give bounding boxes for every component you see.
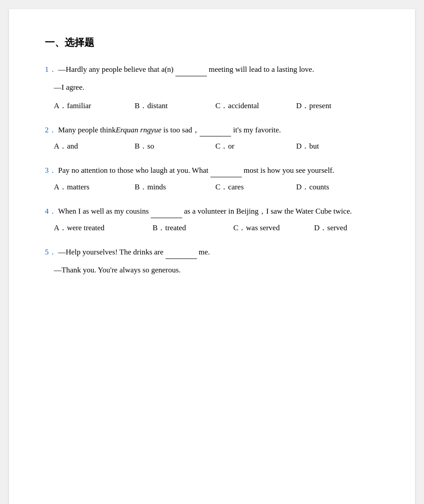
q1-option-c: C．accidental bbox=[215, 101, 278, 111]
q4-number: 4． bbox=[45, 207, 57, 215]
q1-text-after: meeting will lead to a lasting love. bbox=[207, 65, 314, 74]
q3-text-line: 3． Pay no attention to those who laugh a… bbox=[45, 164, 379, 177]
q5-text-line: 5． —Help yourselves! The drinks are me. bbox=[45, 245, 379, 259]
question-5: 5． —Help yourselves! The drinks are me. … bbox=[45, 245, 379, 277]
q2-text-after-italic: is too sad， bbox=[162, 126, 200, 134]
q2-number: 2． bbox=[45, 126, 57, 134]
q2-options: A．and B．so C．or D．but bbox=[45, 141, 379, 151]
q1-answer: —I agree. bbox=[45, 81, 379, 94]
q2-option-c: C．or bbox=[215, 141, 278, 151]
q1-option-a: A．familiar bbox=[54, 101, 117, 111]
q4-option-b: B．treated bbox=[153, 223, 215, 233]
q4-text-line: 4． When I as well as my cousins as a vol… bbox=[45, 205, 379, 218]
q4-options: A．were treated B．treated C．was served D．… bbox=[45, 223, 379, 233]
q2-option-a: A．and bbox=[54, 141, 117, 151]
q3-text-before: Pay no attention to those who laugh at y… bbox=[58, 166, 210, 175]
q1-option-d: D．present bbox=[296, 101, 359, 111]
q3-blank bbox=[210, 164, 242, 177]
q4-blank bbox=[151, 205, 182, 218]
q1-options: A．familiar B．distant C．accidental D．pres… bbox=[45, 101, 379, 111]
q4-option-c: C．was served bbox=[233, 223, 296, 233]
q5-answer: —Thank you. You're always so generous. bbox=[45, 263, 379, 277]
q3-option-d: D．counts bbox=[296, 182, 359, 192]
page: 一、选择题 1． —Hardly any people believe that… bbox=[9, 9, 415, 504]
q2-blank bbox=[200, 123, 231, 136]
q4-text-after: as a volunteer in Beijing，I saw the Wate… bbox=[182, 207, 352, 215]
q3-option-c: C．cares bbox=[215, 182, 278, 192]
question-2: 2． Many people thinkErquan rngyue is too… bbox=[45, 123, 379, 152]
q5-text-after: me. bbox=[197, 248, 210, 256]
q1-number: 1． bbox=[45, 65, 57, 74]
q4-option-a: A．were treated bbox=[54, 223, 135, 233]
q4-text-before: When I as well as my cousins bbox=[58, 207, 151, 215]
q2-option-b: B．so bbox=[135, 141, 197, 151]
q5-blank bbox=[166, 246, 197, 259]
q5-number: 5． bbox=[45, 248, 57, 256]
section-title: 一、选择题 bbox=[45, 36, 379, 49]
q2-italic-text: Erquan rngyue bbox=[116, 126, 162, 134]
q3-number: 3． bbox=[45, 166, 57, 175]
q1-text-line: 1． —Hardly any people believe that a(n) … bbox=[45, 63, 379, 76]
q3-option-b: B．minds bbox=[135, 182, 197, 192]
q2-text-line: 2． Many people thinkErquan rngyue is too… bbox=[45, 123, 379, 137]
q3-options: A．matters B．minds C．cares D．counts bbox=[45, 182, 379, 192]
q1-text-before: —Hardly any people believe that a(n) bbox=[58, 65, 176, 74]
q2-text-before-italic: Many people think bbox=[58, 126, 116, 134]
q1-blank bbox=[175, 63, 207, 76]
q1-option-b: B．distant bbox=[135, 101, 197, 111]
q3-text-after: most is how you see yourself. bbox=[242, 166, 334, 175]
q2-option-d: D．but bbox=[296, 141, 359, 151]
q3-option-a: A．matters bbox=[54, 182, 117, 192]
q4-option-d: D．served bbox=[314, 223, 377, 233]
q2-text-after-blank: it's my favorite. bbox=[231, 126, 281, 134]
question-4: 4． When I as well as my cousins as a vol… bbox=[45, 205, 379, 233]
q5-text-before: —Help yourselves! The drinks are bbox=[58, 248, 166, 256]
question-1: 1． —Hardly any people believe that a(n) … bbox=[45, 63, 379, 111]
question-3: 3． Pay no attention to those who laugh a… bbox=[45, 164, 379, 192]
